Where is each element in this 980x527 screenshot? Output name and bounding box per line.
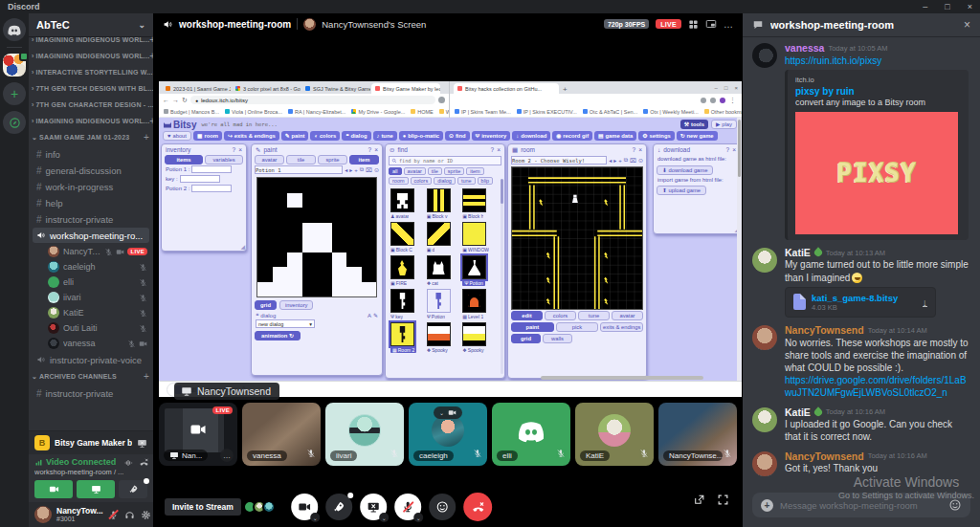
room-name-input[interactable] <box>511 156 607 165</box>
browser-tab[interactable]: Bitsy Game Maker by ledou... <box>371 83 440 94</box>
voice-member[interactable]: caeleigh <box>29 259 153 274</box>
shared-screen[interactable]: 2023-01 | Saami Game Jam | Gu... 3 color… <box>153 34 743 401</box>
message-list[interactable]: vanessaToday at 10:05 AM https://ruin.it… <box>743 36 980 491</box>
find-filter[interactable]: colors <box>411 177 433 185</box>
room-canvas[interactable] <box>511 166 643 310</box>
close-button[interactable]: × <box>968 3 972 11</box>
asset-thumbnail[interactable]: ♟avatar <box>390 188 425 219</box>
voice-member[interactable]: NancyTo... LIVE <box>29 244 153 259</box>
forward-icon[interactable]: → <box>172 97 179 103</box>
item-count-input[interactable] <box>191 185 232 192</box>
more-options-icon[interactable]: … <box>724 19 733 30</box>
help-icon[interactable]: ? <box>368 146 372 153</box>
find-filter[interactable]: blip <box>478 177 494 185</box>
add-icon[interactable]: + <box>618 158 622 164</box>
channel-category[interactable]: › IMAGINING INDIGENOUS WORL... + <box>29 36 153 48</box>
close-icon[interactable]: × <box>732 146 736 153</box>
profile-icon[interactable] <box>438 97 445 103</box>
invite-to-stream-button[interactable]: Invite to Stream <box>165 498 241 516</box>
text-channel[interactable]: # general-discussion <box>33 163 149 178</box>
next-icon[interactable]: ▸ <box>613 157 616 164</box>
asset-thumbnail[interactable]: ❖Spooky <box>427 322 461 353</box>
channel-category[interactable]: › 7TH GEN TECH DESIGN WITH BL... + <box>29 80 153 97</box>
help-icon[interactable]: ? <box>233 146 236 153</box>
asset-thumbnail[interactable]: ΨPotion <box>462 255 497 286</box>
scrollbar-horizontal[interactable] <box>541 376 703 380</box>
message-input[interactable] <box>780 500 942 511</box>
room-toggle[interactable]: grid <box>511 334 541 343</box>
prev-icon[interactable]: ◂ <box>609 157 612 164</box>
voice-member[interactable]: KatiE <box>29 305 153 320</box>
asset-thumbnail[interactable]: ▣Block h <box>462 188 497 219</box>
asset-thumbnail[interactable]: ΨPotion <box>427 289 461 319</box>
soundboard-button[interactable] <box>429 494 456 520</box>
bitsy-tool-button[interactable]: ◐ colors <box>310 131 340 141</box>
avatar[interactable] <box>752 325 777 350</box>
duplicate-icon[interactable]: ⧉ <box>624 157 628 164</box>
camera-button[interactable] <box>34 480 73 498</box>
room-edit-tab[interactable]: exits & endings <box>600 322 643 332</box>
voice-member[interactable]: elli <box>29 274 153 290</box>
scrollbar[interactable] <box>501 179 503 374</box>
bitsy-tool-button[interactable]: ▦ room <box>193 131 222 141</box>
fullscreen-icon[interactable] <box>717 494 729 506</box>
item-count-input[interactable] <box>180 175 220 183</box>
bookmark[interactable]: Otx | Weekly Meeti... <box>643 109 699 115</box>
add-channel-icon[interactable]: + <box>149 36 153 45</box>
add-attachment-button[interactable]: + <box>761 499 773 512</box>
find-panel[interactable]: ⊙find?× allavatartilespriteitemroomcolor… <box>385 143 505 379</box>
bitsy-tool-button[interactable]: ♪ tune <box>373 131 397 141</box>
grid-toggle[interactable]: grid <box>255 300 277 310</box>
bitsy-tool-button[interactable]: ↪ exits & endings <box>224 131 279 141</box>
room-panel[interactable]: ▦room?× ◂ ▸ + ⧉ ⌧ ⊙ <box>507 143 647 379</box>
author-name[interactable]: KatiE <box>785 406 811 419</box>
animation-button[interactable]: animation ↻ <box>255 331 301 340</box>
settings-button[interactable] <box>141 510 151 520</box>
share-screen-button[interactable] <box>77 480 115 498</box>
download-panel[interactable]: ↓download?× download game as html file: … <box>653 143 741 234</box>
emoji-picker-button[interactable] <box>948 498 962 512</box>
item-count-input[interactable] <box>191 165 232 173</box>
mic-muted-button[interactable] <box>108 510 119 520</box>
extension-icon[interactable] <box>710 98 716 103</box>
text-channel[interactable]: # work-in-progress <box>33 179 149 194</box>
bitsy-tool-button[interactable]: ✎ paint <box>281 131 309 141</box>
popout-icon[interactable] <box>693 494 705 506</box>
bookmark[interactable]: Otc & AbTaC | Sen... <box>583 109 637 115</box>
add-server-button[interactable]: + <box>3 82 26 105</box>
find-filter[interactable]: sprite <box>444 167 464 175</box>
next-icon[interactable]: ▸ <box>349 166 352 173</box>
bookmark[interactable]: HOME <box>411 109 434 115</box>
find-filter[interactable]: dialog <box>434 177 456 185</box>
maximize-button[interactable]: □ <box>945 3 949 11</box>
upload-game-button[interactable]: ⬆ upload game <box>657 186 706 195</box>
author-name[interactable]: KatiE <box>785 247 811 259</box>
play-button[interactable]: ▶play <box>711 120 737 129</box>
duplicate-icon[interactable]: ⧉ <box>360 166 364 173</box>
channel-category[interactable]: › INTERACTIVE STORYTELLING W... + <box>29 64 153 80</box>
voice-member[interactable]: Outi Laiti <box>29 320 153 336</box>
add-channel-icon[interactable]: + <box>144 371 149 382</box>
find-filter[interactable]: tile <box>428 167 442 175</box>
room-tab[interactable]: edit <box>511 311 543 320</box>
find-filter[interactable]: item <box>466 167 483 175</box>
user-panel[interactable]: NancyTow... #3001 <box>29 502 153 527</box>
avatar[interactable] <box>752 407 777 432</box>
find-filter[interactable]: all <box>389 167 402 175</box>
stop-streaming-button[interactable]: ⌄ <box>360 494 387 520</box>
author-name[interactable]: NancyTownsend <box>785 324 864 337</box>
find-filter[interactable]: room <box>389 177 409 185</box>
bookmark[interactable]: My Drive - Google... <box>351 109 405 115</box>
asset-thumbnail[interactable]: ▣FIRE <box>390 255 425 286</box>
bookmarks-bar[interactable]: Budget | Mancos B... Viola | Online Broc… <box>159 106 449 118</box>
channel-category-archived[interactable]: ⌄ ARCHIVED CHANNELS + <box>29 368 153 384</box>
find-filter[interactable]: avatar <box>404 167 426 175</box>
maximize-button[interactable]: □ <box>724 85 728 91</box>
find-filter[interactable]: tune <box>457 177 476 185</box>
download-icon[interactable]: ↓ <box>923 297 928 307</box>
asset-thumbnail[interactable]: ▦Level 1 <box>462 289 497 319</box>
add-channel-icon[interactable]: + <box>149 51 153 61</box>
bookmark[interactable]: RA | Nancy-Elizabet... <box>288 109 345 115</box>
close-icon[interactable]: × <box>497 146 501 153</box>
bitsy-tool-button[interactable]: ♥ about <box>163 131 191 141</box>
